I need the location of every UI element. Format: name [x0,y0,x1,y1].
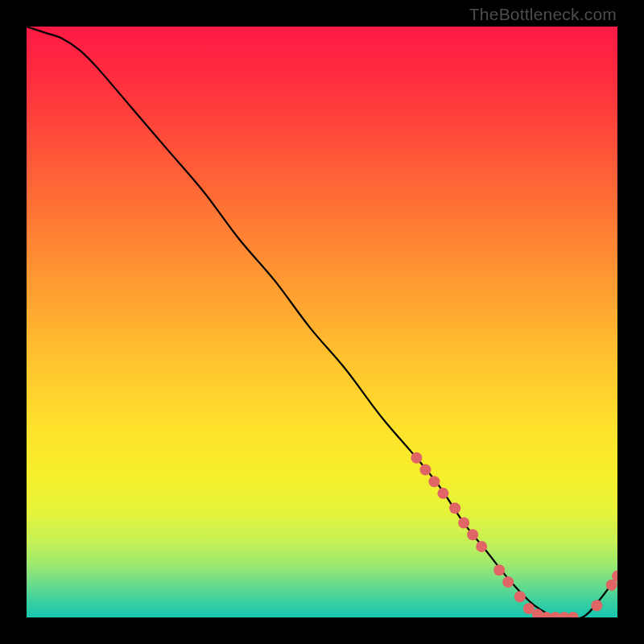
watermark-label: TheBottleneck.com [469,5,617,24]
chart-stage: TheBottleneck.com [0,0,644,644]
data-marker [458,518,469,529]
data-marker [514,591,526,602]
data-marker [449,502,460,514]
curve-layer [27,27,617,617]
data-marker [568,612,579,617]
data-marker [437,488,448,499]
data-marker [467,529,478,540]
data-marker [411,452,422,464]
chart-svg [27,27,617,617]
data-marker [428,476,440,487]
data-marker [493,564,505,576]
marker-layer [411,452,617,617]
bottleneck-curve [27,27,617,617]
plot-area [27,27,617,617]
data-marker [419,464,431,476]
data-marker [591,600,602,611]
data-marker [476,541,487,552]
data-marker [502,576,514,588]
